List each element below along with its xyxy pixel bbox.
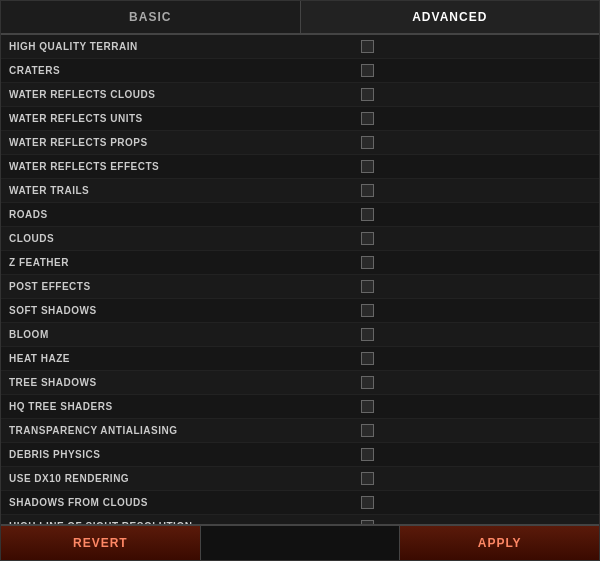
setting-checkbox-area-shadows-from-clouds <box>351 496 591 509</box>
tab-bar: BASIC ADVANCED <box>1 1 599 35</box>
setting-label-water-reflects-effects: WATER REFLECTS EFFECTS <box>9 161 351 172</box>
setting-checkbox-area-water-reflects-props <box>351 136 591 149</box>
setting-checkbox-heat-haze[interactable] <box>361 352 374 365</box>
setting-checkbox-post-effects[interactable] <box>361 280 374 293</box>
setting-checkbox-water-reflects-units[interactable] <box>361 112 374 125</box>
content-area: HIGH QUALITY TERRAINCRATERSWATER REFLECT… <box>1 35 599 524</box>
apply-button[interactable]: APPLY <box>400 526 599 560</box>
setting-checkbox-hq-tree-shaders[interactable] <box>361 400 374 413</box>
setting-label-clouds: CLOUDS <box>9 233 351 244</box>
setting-checkbox-use-dx10-rendering[interactable] <box>361 472 374 485</box>
setting-checkbox-area-roads <box>351 208 591 221</box>
setting-checkbox-high-quality-terrain[interactable] <box>361 40 374 53</box>
setting-checkbox-area-high-quality-terrain <box>351 40 591 53</box>
setting-label-bloom: BLOOM <box>9 329 351 340</box>
setting-checkbox-debris-physics[interactable] <box>361 448 374 461</box>
setting-row-transparency-antialiasing: TRANSPARENCY ANTIALIASING <box>1 419 599 443</box>
setting-label-roads: ROADS <box>9 209 351 220</box>
setting-checkbox-area-hq-tree-shaders <box>351 400 591 413</box>
setting-checkbox-area-debris-physics <box>351 448 591 461</box>
setting-checkbox-z-feather[interactable] <box>361 256 374 269</box>
setting-checkbox-water-reflects-clouds[interactable] <box>361 88 374 101</box>
setting-label-transparency-antialiasing: TRANSPARENCY ANTIALIASING <box>9 425 351 436</box>
setting-label-water-reflects-props: WATER REFLECTS PROPS <box>9 137 351 148</box>
setting-checkbox-water-reflects-effects[interactable] <box>361 160 374 173</box>
setting-checkbox-transparency-antialiasing[interactable] <box>361 424 374 437</box>
setting-checkbox-area-tree-shadows <box>351 376 591 389</box>
setting-row-water-reflects-clouds: WATER REFLECTS CLOUDS <box>1 83 599 107</box>
setting-checkbox-area-heat-haze <box>351 352 591 365</box>
setting-label-water-reflects-units: WATER REFLECTS UNITS <box>9 113 351 124</box>
setting-checkbox-area-soft-shadows <box>351 304 591 317</box>
setting-row-heat-haze: HEAT HAZE <box>1 347 599 371</box>
tab-advanced[interactable]: ADVANCED <box>301 1 600 33</box>
setting-row-water-reflects-units: WATER REFLECTS UNITS <box>1 107 599 131</box>
setting-row-hq-tree-shaders: HQ TREE SHADERS <box>1 395 599 419</box>
setting-checkbox-area-post-effects <box>351 280 591 293</box>
setting-label-craters: CRATERS <box>9 65 351 76</box>
setting-label-use-dx10-rendering: USE DX10 RENDERING <box>9 473 351 484</box>
settings-container: BASIC ADVANCED HIGH QUALITY TERRAINCRATE… <box>0 0 600 561</box>
setting-label-water-trails: WATER TRAILS <box>9 185 351 196</box>
setting-checkbox-bloom[interactable] <box>361 328 374 341</box>
setting-row-roads: ROADS <box>1 203 599 227</box>
setting-checkbox-craters[interactable] <box>361 64 374 77</box>
setting-row-use-dx10-rendering: USE DX10 RENDERING <box>1 467 599 491</box>
setting-row-craters: CRATERS <box>1 59 599 83</box>
setting-checkbox-area-use-dx10-rendering <box>351 472 591 485</box>
setting-label-heat-haze: HEAT HAZE <box>9 353 351 364</box>
setting-checkbox-roads[interactable] <box>361 208 374 221</box>
setting-row-water-trails: WATER TRAILS <box>1 179 599 203</box>
setting-row-bloom: BLOOM <box>1 323 599 347</box>
setting-label-high-quality-terrain: HIGH QUALITY TERRAIN <box>9 41 351 52</box>
setting-checkbox-area-water-reflects-clouds <box>351 88 591 101</box>
setting-checkbox-shadows-from-clouds[interactable] <box>361 496 374 509</box>
revert-button[interactable]: REVERT <box>1 526 201 560</box>
setting-row-post-effects: POST EFFECTS <box>1 275 599 299</box>
setting-checkbox-water-trails[interactable] <box>361 184 374 197</box>
setting-row-debris-physics: DEBRIS PHYSICS <box>1 443 599 467</box>
setting-row-clouds: CLOUDS <box>1 227 599 251</box>
setting-label-soft-shadows: SOFT SHADOWS <box>9 305 351 316</box>
setting-checkbox-area-water-reflects-effects <box>351 160 591 173</box>
setting-row-high-quality-terrain: HIGH QUALITY TERRAIN <box>1 35 599 59</box>
setting-checkbox-area-craters <box>351 64 591 77</box>
setting-checkbox-soft-shadows[interactable] <box>361 304 374 317</box>
setting-row-tree-shadows: TREE SHADOWS <box>1 371 599 395</box>
setting-row-shadows-from-clouds: SHADOWS FROM CLOUDS <box>1 491 599 515</box>
setting-row-z-feather: Z FEATHER <box>1 251 599 275</box>
setting-checkbox-area-clouds <box>351 232 591 245</box>
setting-checkbox-area-water-trails <box>351 184 591 197</box>
setting-checkbox-water-reflects-props[interactable] <box>361 136 374 149</box>
setting-checkbox-clouds[interactable] <box>361 232 374 245</box>
setting-row-water-reflects-effects: WATER REFLECTS EFFECTS <box>1 155 599 179</box>
setting-label-shadows-from-clouds: SHADOWS FROM CLOUDS <box>9 497 351 508</box>
setting-row-water-reflects-props: WATER REFLECTS PROPS <box>1 131 599 155</box>
setting-label-z-feather: Z FEATHER <box>9 257 351 268</box>
settings-list: HIGH QUALITY TERRAINCRATERSWATER REFLECT… <box>1 35 599 524</box>
setting-label-hq-tree-shaders: HQ TREE SHADERS <box>9 401 351 412</box>
setting-label-debris-physics: DEBRIS PHYSICS <box>9 449 351 460</box>
setting-checkbox-area-z-feather <box>351 256 591 269</box>
setting-checkbox-tree-shadows[interactable] <box>361 376 374 389</box>
setting-row-high-line-of-sight: HIGH LINE OF SIGHT RESOLUTION <box>1 515 599 524</box>
setting-row-soft-shadows: SOFT SHADOWS <box>1 299 599 323</box>
setting-label-water-reflects-clouds: WATER REFLECTS CLOUDS <box>9 89 351 100</box>
footer-spacer <box>201 526 401 560</box>
setting-checkbox-area-water-reflects-units <box>351 112 591 125</box>
setting-checkbox-area-transparency-antialiasing <box>351 424 591 437</box>
tab-basic[interactable]: BASIC <box>1 1 301 33</box>
footer: REVERT APPLY <box>1 524 599 560</box>
setting-checkbox-area-bloom <box>351 328 591 341</box>
setting-label-post-effects: POST EFFECTS <box>9 281 351 292</box>
setting-label-tree-shadows: TREE SHADOWS <box>9 377 351 388</box>
